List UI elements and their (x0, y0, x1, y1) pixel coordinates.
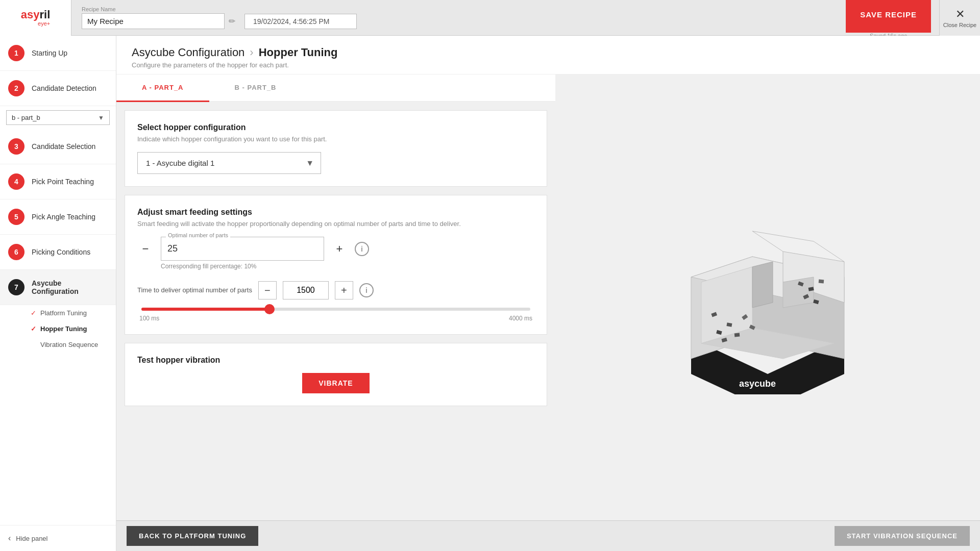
close-recipe-area[interactable]: ✕ Close Recipe (939, 0, 980, 36)
sidebar: 1 Starting Up 2 Candidate Detection b - … (0, 36, 116, 551)
check-platform-icon: ✓ (31, 309, 36, 317)
test-vibration-section: Test hopper vibration VIBRATE (125, 343, 547, 406)
part-selector-text: b - part_b (12, 114, 98, 121)
svg-marker-9 (783, 277, 814, 308)
close-label: Close Recipe (943, 22, 976, 28)
sidebar-item-label-1: Starting Up (32, 49, 67, 57)
smart-feeding-title: Adjust smart feeding settings (137, 208, 534, 217)
tab-part-b[interactable]: B - PART_B (209, 74, 302, 102)
smart-feeding-subtitle: Smart feeding will activate the hopper p… (137, 220, 534, 228)
start-vibration-sequence-button: START VIBRATION SEQUENCE (835, 526, 970, 546)
svg-rect-19 (819, 280, 824, 284)
step-5-circle: 5 (8, 209, 24, 225)
slider-thumb[interactable] (264, 304, 275, 314)
time-plus-button[interactable]: + (335, 281, 353, 299)
top-bar: asyril eye+ Recipe Name ✏ 19/02/2024, 4:… (0, 0, 980, 36)
step-7-circle: 7 (8, 279, 24, 295)
bottom-bar: BACK TO PLATFORM TUNING START VIBRATION … (116, 520, 980, 551)
sidebar-item-starting-up[interactable]: 1 Starting Up (0, 36, 116, 71)
image-panel: asycube (555, 74, 980, 520)
sub-item-label-hopper: Hopper Tuning (40, 325, 87, 333)
sidebar-item-label-5: Pick Angle Teaching (32, 213, 95, 221)
sidebar-item-label-4: Pick Point Teaching (32, 178, 94, 186)
vibrate-button[interactable]: VIBRATE (302, 373, 369, 393)
content-subtitle: Configure the parameters of the hopper f… (132, 61, 965, 69)
step-2-circle: 2 (8, 80, 24, 96)
asycube-illustration: asycube (660, 201, 875, 394)
sidebar-item-pick-angle[interactable]: 5 Pick Angle Teaching (0, 199, 116, 235)
recipe-name-area: Recipe Name ✏ 19/02/2024, 4:56:25 PM (82, 6, 838, 29)
svg-rect-14 (734, 333, 740, 337)
recipe-name-input[interactable] (82, 13, 225, 29)
sub-item-vibration-sequence[interactable]: ✓ Vibration Sequence (31, 337, 116, 353)
optimal-row: − Optimal number of parts + i (137, 237, 534, 261)
hopper-config-section: Select hopper configuration Indicate whi… (125, 110, 547, 187)
sidebar-item-label-2: Candidate Detection (32, 84, 96, 92)
optimal-minus-button[interactable]: − (137, 241, 154, 257)
time-label: Time to deliver optimal number of parts (137, 286, 252, 295)
logo: asyril eye+ (0, 0, 71, 36)
time-input[interactable] (283, 281, 329, 299)
breadcrumb-parent: Asycube Configuration (132, 46, 244, 59)
save-recipe-button[interactable]: SAVE RECIPE (846, 0, 931, 33)
optimal-input-wrap: Optimal number of parts (161, 237, 324, 261)
main-layout: 1 Starting Up 2 Candidate Detection b - … (0, 36, 980, 551)
slider-track[interactable] (141, 308, 530, 311)
slider-max-label: 4000 ms (509, 315, 532, 322)
sidebar-item-pick-point[interactable]: 4 Pick Point Teaching (0, 164, 116, 199)
tab-part-a[interactable]: A - PART_A (116, 74, 209, 102)
close-icon: ✕ (955, 8, 965, 21)
sidebar-item-label-7: Asycube Configuration (32, 279, 108, 295)
config-panel: A - PART_A B - PART_B Select hopper conf… (116, 74, 555, 520)
slider-labels: 100 ms 4000 ms (139, 315, 532, 322)
step-3-circle: 3 (8, 138, 24, 155)
hopper-config-subtitle: Indicate which hopper configuration you … (137, 135, 534, 143)
sidebar-item-candidate-detection[interactable]: 2 Candidate Detection (0, 71, 116, 106)
breadcrumb-arrow-icon: › (250, 46, 253, 59)
tabs: A - PART_A B - PART_B (116, 74, 555, 102)
datetime-display: 19/02/2024, 4:56:25 PM (244, 14, 357, 29)
content-header: Asycube Configuration › Hopper Tuning Co… (116, 36, 980, 74)
part-selector[interactable]: b - part_b ▼ (6, 110, 110, 125)
sidebar-item-picking-conditions[interactable]: 6 Picking Conditions (0, 235, 116, 270)
sidebar-item-asycube-config[interactable]: 7 Asycube Configuration (0, 270, 116, 305)
dropdown-arrow-icon: ▼ (98, 114, 104, 121)
sub-items: ✓ Platform Tuning ✓ Hopper Tuning ✓ Vibr… (0, 305, 116, 353)
smart-feeding-section: Adjust smart feeding settings Smart feed… (125, 195, 547, 335)
optimal-info-icon[interactable]: i (355, 242, 369, 256)
optimal-input-label: Optimal number of parts (166, 232, 230, 238)
sub-item-platform-tuning[interactable]: ✓ Platform Tuning (31, 305, 116, 321)
hide-panel-label: Hide panel (16, 535, 47, 542)
sidebar-item-label-6: Picking Conditions (32, 248, 90, 256)
content-body: A - PART_A B - PART_B Select hopper conf… (116, 74, 980, 520)
step-6-circle: 6 (8, 244, 24, 260)
step-1-circle: 1 (8, 45, 24, 61)
sub-item-label-vibration: Vibration Sequence (40, 341, 98, 348)
sidebar-footer[interactable]: ‹ Hide panel (0, 525, 116, 551)
slider-fill (141, 308, 270, 311)
time-info-icon[interactable]: i (359, 283, 374, 297)
svg-text:asycube: asycube (739, 379, 776, 389)
test-vibration-title: Test hopper vibration (137, 356, 534, 365)
sub-item-hopper-tuning[interactable]: ✓ Hopper Tuning (31, 321, 116, 337)
chevron-left-icon: ‹ (8, 534, 11, 543)
top-bar-right: SAVE RECIPE Saved 16s ago ✕ Close Recipe (838, 0, 980, 39)
step-4-circle: 4 (8, 173, 24, 190)
recipe-name-label: Recipe Name (82, 6, 838, 12)
optimal-input[interactable] (161, 237, 324, 261)
sidebar-item-candidate-selection[interactable]: 3 Candidate Selection (0, 129, 116, 164)
hopper-select[interactable]: 1 - Asycube digital 1 2 - Asycube digita… (137, 152, 321, 174)
time-row: Time to deliver optimal number of parts … (137, 281, 534, 299)
hopper-select-wrap: 1 - Asycube digital 1 2 - Asycube digita… (137, 152, 321, 174)
svg-marker-22 (752, 262, 773, 308)
optimal-plus-button[interactable]: + (331, 241, 348, 257)
sub-item-label-platform: Platform Tuning (40, 309, 87, 317)
breadcrumb: Asycube Configuration › Hopper Tuning (132, 46, 965, 59)
edit-icon[interactable]: ✏ (229, 16, 235, 26)
hopper-config-title: Select hopper configuration (137, 123, 534, 132)
sidebar-item-label-3: Candidate Selection (32, 142, 95, 151)
time-minus-button[interactable]: − (258, 281, 277, 299)
back-to-platform-tuning-button[interactable]: BACK TO PLATFORM TUNING (127, 526, 258, 546)
check-hopper-icon: ✓ (31, 325, 36, 333)
slider-wrap: 100 ms 4000 ms (137, 308, 534, 322)
